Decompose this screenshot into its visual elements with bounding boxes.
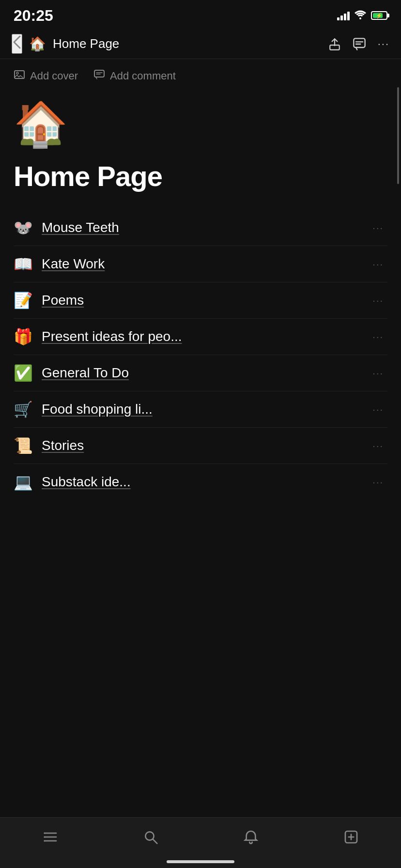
nav-right: ··· [328,37,389,51]
comment-small-icon [93,69,105,83]
signal-icon [337,11,350,20]
home-indicator [167,860,234,863]
list-item-label: Mouse Teeth [42,220,119,235]
list-item-emoji: 🎁 [14,327,33,346]
list-item-more-button[interactable]: ··· [369,366,387,381]
page-controls: Add cover Add comment [0,59,401,93]
list-item-left: 📝 Poems [14,291,84,310]
list-item[interactable]: 📜 Stories ··· [14,428,387,464]
list-item-left: 📖 Kate Work [14,255,105,273]
list-item-left: 🛒 Food shopping li... [14,400,153,418]
list-item-emoji: 🐭 [14,218,33,237]
list-item-left: ✅ General To Do [14,364,129,382]
more-dots: ··· [378,38,389,50]
status-icons: ⚡ [337,10,387,22]
image-icon [14,69,25,83]
list-item-more-button[interactable]: ··· [369,220,387,235]
list-item[interactable]: ✅ General To Do ··· [14,355,387,391]
list-item-left: 💻 Substack ide... [14,473,131,491]
list-item-more-button[interactable]: ··· [369,402,387,417]
list-item[interactable]: 🛒 Food shopping li... ··· [14,391,387,428]
svg-line-13 [153,839,157,844]
list-item-more-button[interactable]: ··· [369,293,387,308]
list-item-label: Food shopping li... [42,402,153,417]
list-item-emoji: 📖 [14,255,33,273]
back-button[interactable] [12,34,22,54]
page-content: 🏠 Home Page 🐭 Mouse Teeth ··· 📖 Kate Wor… [0,93,401,500]
list-item[interactable]: 💻 Substack ide... ··· [14,464,387,500]
list-item-left: 📜 Stories [14,436,84,455]
list-item[interactable]: 🎁 Present ideas for peo... ··· [14,319,387,355]
tab-search-button[interactable] [133,825,168,849]
list-item-left: 🎁 Present ideas for peo... [14,327,182,346]
list-item-more-button[interactable]: ··· [369,257,387,272]
tab-bell-button[interactable] [233,825,268,849]
svg-rect-5 [94,70,104,77]
add-cover-button[interactable]: Add cover [14,69,78,83]
svg-point-0 [359,17,361,19]
share-button[interactable] [328,38,341,50]
list-item-emoji: 💻 [14,473,33,491]
nav-page-icon: 🏠 [29,36,46,52]
svg-point-9 [44,832,45,834]
tab-list-button[interactable] [33,825,68,849]
list-item-left: 🐭 Mouse Teeth [14,218,119,237]
nav-bar: 🏠 Home Page ··· [0,29,401,59]
nav-title: Home Page [53,36,119,51]
list-item[interactable]: 🐭 Mouse Teeth ··· [14,210,387,246]
page-emoji: 🏠 [14,98,387,150]
list-item-label: General To Do [42,365,129,381]
wifi-icon [355,10,366,22]
status-time: 20:25 [14,7,53,25]
page-title: Home Page [14,160,387,192]
list-item[interactable]: 📝 Poems ··· [14,282,387,319]
list-item[interactable]: 📖 Kate Work ··· [14,246,387,282]
list-item-label: Kate Work [42,256,105,272]
list-item-more-button[interactable]: ··· [369,438,387,453]
list-item-label: Substack ide... [42,474,131,490]
svg-point-11 [44,840,45,841]
add-cover-label: Add cover [30,70,78,82]
list-item-emoji: 📜 [14,436,33,455]
svg-point-10 [44,836,45,837]
list-item-emoji: 🛒 [14,400,33,418]
list-item-emoji: 📝 [14,291,33,310]
battery-icon: ⚡ [371,11,387,20]
list-item-label: Present ideas for peo... [42,329,182,344]
list-item-more-button[interactable]: ··· [369,329,387,344]
add-comment-button[interactable]: Add comment [93,69,176,83]
tab-add-button[interactable] [334,825,369,849]
list-items: 🐭 Mouse Teeth ··· 📖 Kate Work ··· 📝 Poem… [14,210,387,500]
list-item-more-button[interactable]: ··· [369,475,387,490]
status-bar: 20:25 ⚡ [0,0,401,29]
add-comment-label: Add comment [110,70,176,82]
comment-button[interactable] [353,37,366,51]
list-item-label: Poems [42,293,84,308]
list-item-label: Stories [42,438,84,453]
svg-rect-2 [354,38,365,47]
list-item-emoji: ✅ [14,364,33,382]
scrollbar[interactable] [397,87,399,184]
more-button[interactable]: ··· [378,38,389,50]
svg-point-4 [16,72,18,74]
nav-left: 🏠 Home Page [12,34,119,54]
